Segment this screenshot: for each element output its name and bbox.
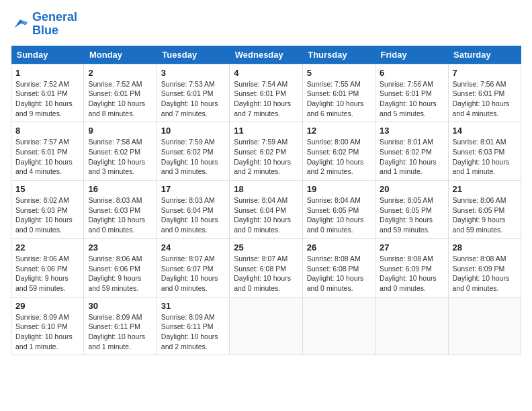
day-number: 13 — [380, 126, 443, 136]
day-info: Sunrise: 8:04 AMSunset: 6:04 PMDaylight:… — [234, 195, 298, 235]
calendar-cell: 1Sunrise: 7:52 AMSunset: 6:01 PMDaylight… — [11, 64, 84, 122]
calendar-header-sunday: Sunday — [11, 46, 84, 64]
calendar-cell: 9Sunrise: 7:58 AMSunset: 6:02 PMDaylight… — [84, 122, 157, 181]
calendar-cell: 13Sunrise: 8:01 AMSunset: 6:02 PMDayligh… — [375, 122, 448, 181]
day-number: 12 — [307, 126, 371, 136]
day-number: 26 — [307, 242, 371, 253]
day-number: 7 — [453, 68, 517, 78]
day-number: 28 — [453, 242, 517, 253]
calendar-cell: 20Sunrise: 8:05 AMSunset: 6:05 PMDayligh… — [375, 181, 448, 239]
day-info: Sunrise: 8:00 AMSunset: 6:02 PMDaylight:… — [307, 137, 371, 177]
day-number: 5 — [307, 68, 371, 78]
calendar-cell: 4Sunrise: 7:54 AMSunset: 6:01 PMDaylight… — [230, 64, 302, 122]
calendar-cell: 3Sunrise: 7:53 AMSunset: 6:01 PMDaylight… — [157, 64, 229, 122]
day-info: Sunrise: 8:04 AMSunset: 6:05 PMDaylight:… — [307, 195, 371, 235]
logo-text: General Blue — [32, 11, 77, 38]
day-number: 25 — [234, 242, 298, 253]
calendar-week-row: 8Sunrise: 7:57 AMSunset: 6:01 PMDaylight… — [11, 122, 521, 181]
day-number: 6 — [380, 68, 443, 78]
calendar-cell — [230, 297, 302, 355]
day-info: Sunrise: 8:03 AMSunset: 6:04 PMDaylight:… — [161, 195, 225, 235]
day-number: 9 — [88, 126, 152, 136]
day-number: 27 — [380, 242, 443, 253]
calendar-cell: 10Sunrise: 7:59 AMSunset: 6:02 PMDayligh… — [157, 122, 229, 181]
calendar-header-wednesday: Wednesday — [230, 46, 302, 64]
day-number: 15 — [15, 184, 79, 194]
day-number: 21 — [453, 184, 517, 194]
svg-marker-0 — [15, 19, 26, 28]
calendar-cell: 15Sunrise: 8:02 AMSunset: 6:03 PMDayligh… — [11, 181, 84, 239]
day-info: Sunrise: 8:02 AMSunset: 6:03 PMDaylight:… — [15, 195, 79, 235]
day-number: 10 — [161, 126, 225, 136]
day-info: Sunrise: 8:08 AMSunset: 6:09 PMDaylight:… — [380, 254, 443, 293]
day-info: Sunrise: 8:09 AMSunset: 6:11 PMDaylight:… — [88, 312, 152, 352]
day-number: 30 — [88, 301, 152, 311]
logo-icon — [11, 15, 30, 34]
calendar-cell: 26Sunrise: 8:08 AMSunset: 6:08 PMDayligh… — [302, 238, 375, 297]
day-info: Sunrise: 8:09 AMSunset: 6:11 PMDaylight:… — [161, 312, 225, 352]
calendar-week-row: 1Sunrise: 7:52 AMSunset: 6:01 PMDaylight… — [11, 64, 521, 122]
calendar-cell: 18Sunrise: 8:04 AMSunset: 6:04 PMDayligh… — [230, 181, 302, 239]
day-number: 22 — [15, 242, 79, 253]
calendar-cell: 11Sunrise: 7:59 AMSunset: 6:02 PMDayligh… — [230, 122, 302, 181]
calendar-cell: 17Sunrise: 8:03 AMSunset: 6:04 PMDayligh… — [157, 181, 229, 239]
calendar-cell: 22Sunrise: 8:06 AMSunset: 6:06 PMDayligh… — [11, 238, 84, 297]
calendar-header-monday: Monday — [84, 46, 157, 64]
day-info: Sunrise: 8:06 AMSunset: 6:06 PMDaylight:… — [88, 254, 152, 293]
day-number: 20 — [380, 184, 443, 194]
calendar-cell — [375, 297, 448, 355]
calendar-cell: 12Sunrise: 8:00 AMSunset: 6:02 PMDayligh… — [302, 122, 375, 181]
day-number: 17 — [161, 184, 225, 194]
day-info: Sunrise: 7:59 AMSunset: 6:02 PMDaylight:… — [234, 137, 298, 177]
day-info: Sunrise: 7:52 AMSunset: 6:01 PMDaylight:… — [88, 79, 152, 119]
day-number: 31 — [161, 301, 225, 311]
day-number: 2 — [88, 68, 152, 78]
calendar-cell: 30Sunrise: 8:09 AMSunset: 6:11 PMDayligh… — [84, 297, 157, 355]
day-number: 3 — [161, 68, 225, 78]
day-info: Sunrise: 8:09 AMSunset: 6:10 PMDaylight:… — [15, 312, 79, 352]
day-number: 23 — [88, 242, 152, 253]
calendar-week-row: 29Sunrise: 8:09 AMSunset: 6:10 PMDayligh… — [11, 297, 521, 355]
day-info: Sunrise: 8:08 AMSunset: 6:09 PMDaylight:… — [453, 254, 517, 293]
day-info: Sunrise: 8:07 AMSunset: 6:08 PMDaylight:… — [234, 254, 298, 293]
calendar-table: SundayMondayTuesdayWednesdayThursdayFrid… — [11, 46, 521, 356]
day-number: 24 — [161, 242, 225, 253]
day-number: 11 — [234, 126, 298, 136]
calendar-cell: 16Sunrise: 8:03 AMSunset: 6:03 PMDayligh… — [84, 181, 157, 239]
calendar-cell: 21Sunrise: 8:06 AMSunset: 6:05 PMDayligh… — [448, 181, 521, 239]
calendar-header-thursday: Thursday — [302, 46, 375, 64]
day-info: Sunrise: 8:06 AMSunset: 6:05 PMDaylight:… — [453, 195, 517, 235]
calendar-cell — [448, 297, 521, 355]
calendar-cell: 29Sunrise: 8:09 AMSunset: 6:10 PMDayligh… — [11, 297, 84, 355]
calendar-header-friday: Friday — [375, 46, 448, 64]
day-info: Sunrise: 7:52 AMSunset: 6:01 PMDaylight:… — [15, 79, 79, 119]
calendar-cell: 24Sunrise: 8:07 AMSunset: 6:07 PMDayligh… — [157, 238, 229, 297]
calendar-cell: 28Sunrise: 8:08 AMSunset: 6:09 PMDayligh… — [448, 238, 521, 297]
calendar-cell — [302, 297, 375, 355]
day-number: 4 — [234, 68, 298, 78]
calendar-cell: 14Sunrise: 8:01 AMSunset: 6:03 PMDayligh… — [448, 122, 521, 181]
day-info: Sunrise: 8:06 AMSunset: 6:06 PMDaylight:… — [15, 254, 79, 293]
page-header: General Blue — [11, 11, 521, 38]
calendar-header-tuesday: Tuesday — [157, 46, 229, 64]
day-number: 14 — [453, 126, 517, 136]
day-number: 16 — [88, 184, 152, 194]
calendar-cell: 8Sunrise: 7:57 AMSunset: 6:01 PMDaylight… — [11, 122, 84, 181]
day-info: Sunrise: 8:03 AMSunset: 6:03 PMDaylight:… — [88, 195, 152, 235]
day-info: Sunrise: 7:53 AMSunset: 6:01 PMDaylight:… — [161, 79, 225, 119]
calendar-cell: 5Sunrise: 7:55 AMSunset: 6:01 PMDaylight… — [302, 64, 375, 122]
day-number: 8 — [15, 126, 79, 136]
calendar-week-row: 15Sunrise: 8:02 AMSunset: 6:03 PMDayligh… — [11, 181, 521, 239]
calendar-cell: 23Sunrise: 8:06 AMSunset: 6:06 PMDayligh… — [84, 238, 157, 297]
day-info: Sunrise: 8:01 AMSunset: 6:03 PMDaylight:… — [453, 137, 517, 177]
calendar-cell: 2Sunrise: 7:52 AMSunset: 6:01 PMDaylight… — [84, 64, 157, 122]
calendar-header-saturday: Saturday — [448, 46, 521, 64]
calendar-header-row: SundayMondayTuesdayWednesdayThursdayFrid… — [11, 46, 521, 64]
day-info: Sunrise: 8:05 AMSunset: 6:05 PMDaylight:… — [380, 195, 443, 235]
calendar-week-row: 22Sunrise: 8:06 AMSunset: 6:06 PMDayligh… — [11, 238, 521, 297]
day-number: 19 — [307, 184, 371, 194]
calendar-cell: 19Sunrise: 8:04 AMSunset: 6:05 PMDayligh… — [302, 181, 375, 239]
day-info: Sunrise: 7:56 AMSunset: 6:01 PMDaylight:… — [380, 79, 443, 119]
day-info: Sunrise: 7:59 AMSunset: 6:02 PMDaylight:… — [161, 137, 225, 177]
day-info: Sunrise: 7:55 AMSunset: 6:01 PMDaylight:… — [307, 79, 371, 119]
